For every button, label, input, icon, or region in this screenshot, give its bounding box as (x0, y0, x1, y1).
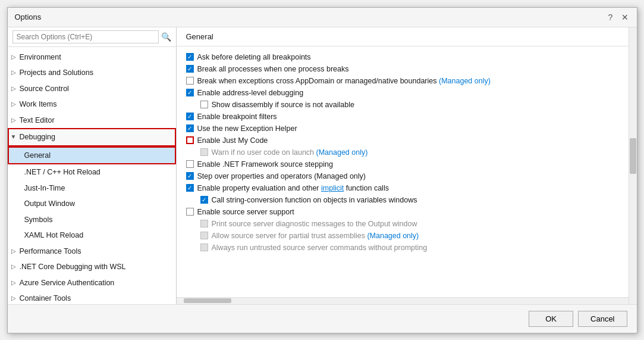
option-row-enable-breakpoint-filters: Enable breakpoint filters (186, 112, 619, 121)
tree-label-output-window: Output Window (24, 197, 75, 211)
tree-item-performance-tools[interactable]: ▷Performance Tools (8, 244, 176, 260)
checkbox-use-new-exception-helper[interactable] (186, 124, 194, 132)
option-row-print-source-server: Print source server diagnostic messages … (200, 219, 619, 229)
tree-item-just-in-time[interactable]: Just-In-Time (8, 180, 176, 196)
option-label-enable-source-server[interactable]: Enable source server support (197, 208, 294, 216)
option-row-show-disassembly: Show disassembly if source is not availa… (200, 100, 619, 110)
expand-icon-azure-service-auth: ▷ (10, 277, 17, 288)
expand-icon-debugging: ▼ (10, 132, 17, 142)
expand-icon-work-items: ▷ (10, 99, 17, 110)
option-label-step-over-properties[interactable]: Step over properties and operators (Mana… (197, 172, 366, 180)
option-label-allow-partial-trust: Allow source server for partial trust as… (212, 232, 419, 240)
tree-label-general: General (24, 149, 51, 163)
option-label-always-run-untrusted: Always run untrusted source server comma… (212, 244, 428, 252)
tree-item-azure-service-auth[interactable]: ▷Azure Service Authentication (8, 275, 176, 291)
tree-label-container-tools: Container Tools (20, 292, 71, 304)
tree-label-projects-solutions: Projects and Solutions (20, 66, 93, 80)
tree-item-text-editor[interactable]: ▷Text Editor (8, 113, 176, 129)
expand-icon-environment: ▷ (10, 52, 17, 63)
option-label-ask-before-deleting[interactable]: Ask before deleting all breakpoints (197, 53, 311, 61)
expand-icon-source-control: ▷ (10, 83, 17, 94)
search-icon[interactable]: 🔍 (161, 32, 171, 42)
option-row-enable-just-my-code: Enable Just My Code (186, 136, 619, 145)
checkbox-call-string-conversion[interactable] (200, 196, 208, 204)
option-label-use-new-exception-helper[interactable]: Use the new Exception Helper (197, 124, 297, 133)
checkbox-enable-source-server[interactable] (186, 208, 194, 216)
checkbox-enable-breakpoint-filters[interactable] (186, 113, 194, 120)
option-row-enable-property-eval: Enable property evaluation and other imp… (186, 183, 619, 193)
cancel-button[interactable]: Cancel (578, 311, 627, 327)
tree-label-source-control: Source Control (20, 82, 69, 96)
tree-item-symbols[interactable]: Symbols (8, 212, 176, 228)
vertical-scrollbar[interactable] (629, 27, 637, 304)
option-row-enable-source-server: Enable source server support (186, 207, 619, 217)
tree-label-symbols: Symbols (24, 213, 53, 227)
h-scroll-thumb (184, 298, 231, 303)
tree-item-debugging[interactable]: ▼Debugging (8, 128, 176, 146)
tree-item-source-control[interactable]: ▷Source Control (8, 81, 176, 97)
tree-item-environment[interactable]: ▷Environment (8, 49, 176, 65)
checkbox-break-all-processes[interactable] (186, 65, 194, 73)
tree-item-general[interactable]: General (8, 146, 176, 165)
options-area: Ask before deleting all breakpointsBreak… (177, 46, 629, 297)
tree-item-container-tools[interactable]: ▷Container Tools (8, 291, 176, 304)
tree-label-text-editor: Text Editor (20, 114, 55, 127)
expand-icon-container-tools: ▷ (10, 293, 17, 304)
option-row-warn-no-user-code: Warn if no user code on launch (Managed … (200, 148, 619, 157)
option-label-enable-breakpoint-filters[interactable]: Enable breakpoint filters (197, 113, 277, 121)
ok-button[interactable]: OK (529, 311, 573, 327)
dialog-title: Options (15, 13, 42, 21)
checkbox-enable-address-debugging[interactable] (186, 89, 194, 96)
option-row-step-over-properties: Step over properties and operators (Mana… (186, 171, 619, 181)
checkbox-enable-dotnet-source[interactable] (186, 160, 194, 168)
option-label-print-source-server: Print source server diagnostic messages … (212, 220, 417, 228)
tree-label-xaml-hot-reload: XAML Hot Reload (24, 229, 84, 242)
tree-item-xaml-hot-reload[interactable]: XAML Hot Reload (8, 227, 176, 244)
option-row-break-exceptions: Break when exceptions cross AppDomain or… (186, 76, 619, 86)
footer: OK Cancel (8, 304, 637, 333)
option-label-break-all-processes[interactable]: Break all processes when one process bre… (197, 65, 349, 73)
scrollbar-thumb (630, 138, 636, 174)
tree-item-dotnet-hot-reload[interactable]: .NET / C++ Hot Reload (8, 164, 176, 180)
left-panel: 🔍 ▷Environment▷Projects and Solutions▷So… (8, 27, 177, 304)
checkbox-show-disassembly[interactable] (200, 101, 208, 108)
tree-item-dotnet-core-debugging[interactable]: ▷.NET Core Debugging with WSL (8, 259, 176, 275)
option-label-warn-no-user-code: Warn if no user code on launch (Managed … (212, 148, 368, 157)
right-panel-header: General (177, 27, 629, 46)
expand-icon-text-editor: ▷ (10, 115, 17, 126)
checkbox-always-run-untrusted[interactable] (200, 244, 208, 251)
help-button[interactable]: ? (606, 13, 615, 22)
option-label-enable-dotnet-source[interactable]: Enable .NET Framework source stepping (197, 160, 333, 169)
tree-label-debugging: Debugging (20, 130, 55, 144)
tree-view: ▷Environment▷Projects and Solutions▷Sour… (8, 47, 176, 304)
checkbox-step-over-properties[interactable] (186, 172, 194, 180)
checkbox-allow-partial-trust[interactable] (200, 232, 208, 239)
tree-label-dotnet-hot-reload: .NET / C++ Hot Reload (24, 166, 100, 179)
tree-label-dotnet-core-debugging: .NET Core Debugging with WSL (20, 260, 126, 274)
checkbox-ask-before-deleting[interactable] (186, 53, 194, 61)
tree-item-work-items[interactable]: ▷Work Items (8, 96, 176, 113)
tree-label-work-items: Work Items (20, 98, 57, 111)
search-container: 🔍 (8, 27, 176, 47)
options-dialog: Options ? ✕ 🔍 ▷Environment▷Projects and … (7, 7, 637, 333)
option-label-call-string-conversion[interactable]: Call string-conversion function on objec… (212, 196, 417, 204)
tree-item-projects-solutions[interactable]: ▷Projects and Solutions (8, 65, 176, 81)
option-row-break-all-processes: Break all processes when one process bre… (186, 64, 619, 74)
checkbox-print-source-server[interactable] (200, 220, 208, 227)
checkbox-enable-property-eval[interactable] (186, 184, 194, 192)
search-input[interactable] (12, 30, 159, 43)
option-label-break-exceptions[interactable]: Break when exceptions cross AppDomain or… (197, 77, 491, 85)
option-label-enable-property-eval[interactable]: Enable property evaluation and other imp… (197, 184, 389, 192)
option-label-enable-just-my-code[interactable]: Enable Just My Code (197, 136, 268, 145)
horizontal-scrollbar[interactable] (177, 297, 629, 304)
checkbox-break-exceptions[interactable] (186, 77, 194, 85)
close-button[interactable]: ✕ (620, 13, 630, 22)
tree-item-output-window[interactable]: Output Window (8, 196, 176, 212)
option-label-enable-address-debugging[interactable]: Enable address-level debugging (197, 89, 304, 97)
option-label-show-disassembly[interactable]: Show disassembly if source is not availa… (212, 101, 354, 109)
expand-icon-performance-tools: ▷ (10, 246, 17, 257)
checkbox-enable-just-my-code[interactable] (186, 136, 194, 144)
option-row-call-string-conversion: Call string-conversion function on objec… (200, 195, 619, 205)
tree-label-performance-tools: Performance Tools (20, 245, 81, 258)
checkbox-warn-no-user-code[interactable] (200, 148, 208, 156)
